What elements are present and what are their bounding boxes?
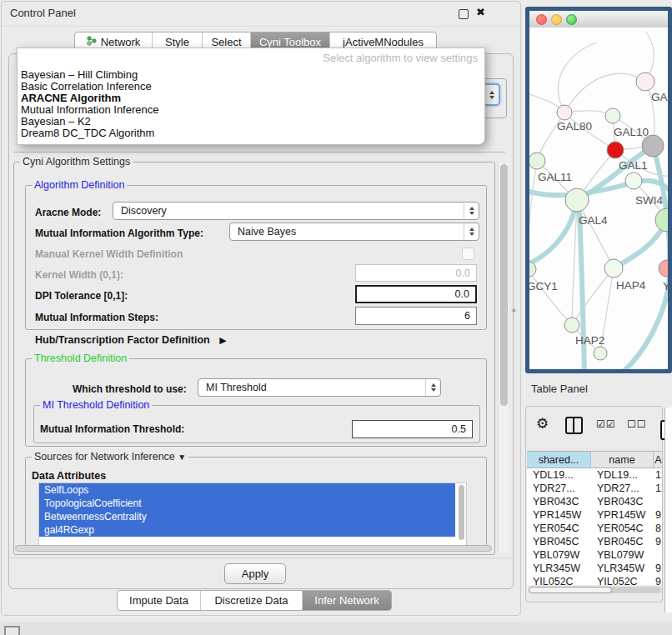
mi-threshold-field[interactable]: 0.5	[352, 420, 473, 438]
table-cell: YDL19...	[527, 468, 591, 482]
docked-panel-icon[interactable]	[4, 626, 20, 635]
network-node-gal11[interactable]	[529, 152, 545, 169]
panel-splitter-handle[interactable]: ◂	[511, 305, 515, 314]
network-node-gal10[interactable]	[605, 108, 620, 123]
mi-steps-field[interactable]: 6	[355, 307, 477, 325]
mi-type-value: Naive Bayes	[238, 226, 296, 238]
dropdown-item[interactable]: Mutual Information Inference	[18, 104, 484, 116]
dropdown-item[interactable]: Bayesian – Hill Climbing	[18, 69, 484, 81]
aracne-mode-combo[interactable]: Discovery	[113, 202, 479, 220]
network-node-gcy1[interactable]	[529, 262, 536, 277]
dropdown-item[interactable]: Basic Correlation Inference	[18, 81, 484, 92]
deselect-all-checkboxes-icon[interactable]: ☐☐	[627, 418, 647, 430]
network-node-hap4[interactable]	[604, 259, 623, 278]
network-node-label: SWI4	[635, 194, 663, 207]
dropdown-item-selected[interactable]: ARACNE Algorithm	[18, 92, 484, 104]
split-columns-icon[interactable]	[565, 417, 583, 434]
dpi-tolerance-field[interactable]: 0.0	[355, 285, 477, 303]
column-header-partial[interactable]: A	[654, 451, 663, 468]
table-row[interactable]: YLR345WYLR345W9.	[527, 562, 663, 575]
network-node-gal1[interactable]	[607, 142, 624, 158]
horizontal-scrollbar[interactable]	[15, 545, 492, 552]
apply-button-label: Apply	[242, 568, 269, 580]
table-row[interactable]: YDR27...YDR27...12	[527, 482, 663, 495]
mi-type-combo[interactable]: Naive Bayes	[229, 222, 479, 241]
network-node[interactable]	[594, 347, 607, 360]
mac-close-button[interactable]	[536, 14, 547, 25]
network-node-label: GAL80	[557, 120, 592, 132]
table-row[interactable]: YPR145WYPR145W9.	[527, 508, 663, 522]
network-edge[interactable]	[529, 161, 537, 269]
sources-group-title[interactable]: Sources for Network Inference ▼	[32, 451, 188, 463]
network-edge[interactable]	[572, 268, 614, 325]
attribute-item-selected[interactable]: gal4RGexp	[39, 523, 455, 537]
network-edge[interactable]	[529, 269, 572, 325]
table-cell: YER054C	[527, 522, 591, 535]
manual-kernel-checkbox[interactable]	[462, 248, 474, 260]
dpi-tolerance-value: 0.0	[455, 288, 469, 300]
table-cell: YIL052C	[591, 575, 654, 585]
network-node-label: GAL11	[538, 171, 572, 183]
dropdown-item[interactable]: Dream8 DC_TDC Algorithm	[18, 128, 484, 139]
network-edge[interactable]	[564, 73, 645, 112]
table-hscrollbar-thumb[interactable]	[529, 587, 612, 593]
kernel-width-value: 0.0	[456, 268, 470, 279]
tab-discretize-data[interactable]: Discretize Data	[201, 591, 303, 610]
table-row[interactable]: YIL052CYIL052C9	[527, 575, 663, 585]
table-cell: YDR27...	[591, 482, 654, 495]
settings-scrollbar-thumb[interactable]	[500, 164, 508, 406]
list-scrollbar[interactable]	[459, 485, 464, 540]
hidden-group-border	[13, 152, 505, 152]
table-row[interactable]: YER054CYER054C8.	[527, 522, 663, 535]
network-node[interactable]	[655, 208, 668, 232]
table-row[interactable]: YBL079WYBL079W	[527, 548, 663, 562]
mac-minimize-button[interactable]	[551, 14, 562, 25]
attribute-item-selected[interactable]: TopologicalCoefficient	[39, 497, 455, 510]
gear-icon[interactable]: ⚙	[536, 415, 549, 432]
adjacent-panel-edge	[664, 408, 672, 612]
table-row[interactable]: YBR045CYBR045C9.	[527, 535, 663, 548]
kernel-width-field[interactable]: 0.0	[355, 264, 477, 282]
network-node-gal4[interactable]	[565, 188, 589, 212]
network-node-gal80[interactable]	[557, 105, 572, 120]
network-graph[interactable]: GALGAL80GAL10GAL1GAL11SWI4GAL4GCY1HAP4YH…	[529, 28, 668, 369]
close-icon[interactable]: ✖	[476, 6, 485, 18]
aracne-mode-value: Discovery	[121, 205, 167, 217]
algorithm-dropdown-popup: Select algorithm to view settings Bayesi…	[17, 48, 485, 145]
network-node-swi4[interactable]	[625, 172, 642, 189]
network-node-hap2[interactable]	[564, 318, 579, 332]
hub-definition-toggle[interactable]: Hub/Transcription Factor Definition ▶	[35, 334, 227, 346]
algorithm-combo-stepper[interactable]	[483, 83, 500, 106]
attribute-item-selected[interactable]: SelfLoops	[39, 483, 455, 497]
network-node-gal[interactable]	[636, 72, 654, 91]
apply-button[interactable]: Apply	[224, 563, 286, 584]
aracne-mode-label: Aracne Mode:	[35, 207, 101, 218]
network-node-y[interactable]	[659, 260, 668, 277]
column-header-shared-name[interactable]: shared...	[527, 451, 591, 468]
control-panel-titlebar: Control Panel ✖	[2, 2, 520, 27]
tab-cyni-toolbox-label: Cyni Toolbox	[259, 36, 321, 48]
column-header-name[interactable]: name	[591, 451, 654, 468]
control-panel-title: Control Panel	[10, 7, 76, 19]
network-edge[interactable]	[558, 42, 596, 112]
attribute-item-selected[interactable]: BetweennessCentrality	[39, 510, 455, 523]
tab-impute-data[interactable]: Impute Data	[118, 591, 201, 610]
network-node-label: GAL4	[579, 214, 608, 227]
tab-infer-network[interactable]: Infer Network	[303, 591, 391, 610]
bottom-tabbar: Impute Data Discretize Data Infer Networ…	[117, 590, 392, 611]
network-canvas[interactable]: GALGAL80GAL10GAL1GAL11SWI4GAL4GCY1HAP4YH…	[529, 28, 668, 369]
select-all-checkboxes-icon[interactable]: ☑☑	[596, 418, 616, 430]
table-row[interactable]: YDL19...YDL19...13	[527, 468, 663, 482]
table-cell: YBL079W	[591, 548, 654, 562]
float-window-icon[interactable]	[459, 9, 469, 19]
network-node-label: GAL	[651, 91, 668, 103]
data-attributes-list: SelfLoops TopologicalCoefficient Between…	[38, 482, 467, 546]
dropdown-item[interactable]: Bayesian – K2	[18, 116, 484, 128]
mac-zoom-button[interactable]	[566, 14, 577, 25]
settings-scrollbar-track[interactable]	[498, 162, 509, 552]
table-hscrollbar-track[interactable]	[529, 587, 661, 593]
which-threshold-combo[interactable]: MI Threshold	[198, 378, 441, 397]
mi-threshold-label: Mutual Information Threshold:	[40, 423, 184, 435]
which-threshold-value: MI Threshold	[206, 382, 267, 393]
table-row[interactable]: YBR043CYBR043C	[527, 495, 663, 508]
